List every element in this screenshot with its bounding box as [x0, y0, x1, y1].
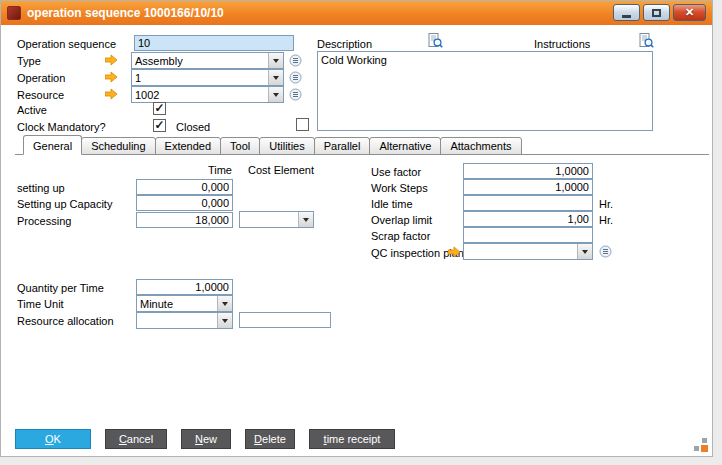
- time-unit-dropdown-arrow-icon[interactable]: [217, 296, 232, 311]
- window-controls: ✕: [613, 4, 706, 21]
- setting-up-label: setting up: [17, 182, 65, 194]
- operation-select[interactable]: 1: [131, 69, 284, 86]
- resource-goto-arrow-icon[interactable]: [105, 88, 118, 102]
- description-zoom-icon[interactable]: [428, 33, 443, 51]
- tab-tool[interactable]: Tool: [220, 137, 260, 155]
- ok-button-label: OK: [45, 433, 61, 445]
- operation-goto-arrow-icon[interactable]: [105, 71, 118, 85]
- scrap-factor-label: Scrap factor: [371, 230, 430, 242]
- use-factor-input[interactable]: [463, 163, 593, 179]
- tab-scheduling[interactable]: Scheduling: [81, 137, 155, 155]
- tab-parallel[interactable]: Parallel: [314, 137, 371, 155]
- tab-utilities[interactable]: Utilities: [259, 137, 314, 155]
- new-button[interactable]: New: [181, 429, 231, 449]
- type-selection-list-icon[interactable]: [289, 54, 302, 69]
- resource-allocation-label: Resource allocation: [17, 315, 114, 327]
- close-button[interactable]: ✕: [673, 4, 706, 21]
- tab-attachments[interactable]: Attachments: [440, 137, 521, 155]
- qc-inspection-plan-goto-arrow-icon[interactable]: [448, 246, 461, 260]
- qc-inspection-plan-dropdown-arrow-icon[interactable]: [577, 244, 592, 259]
- resource-allocation-select[interactable]: [136, 312, 233, 329]
- work-steps-input[interactable]: [463, 179, 593, 195]
- clock-mandatory-label: Clock Mandatory?: [17, 121, 106, 133]
- time-receipt-button[interactable]: time receipt: [309, 429, 395, 449]
- resource-select-value: 1002: [135, 88, 266, 102]
- window-title: operation sequence 1000166/10/10: [27, 6, 224, 20]
- description-textarea[interactable]: Cold Working: [317, 51, 653, 131]
- tab-general[interactable]: General: [23, 135, 82, 155]
- setting-up-time-input[interactable]: [136, 179, 233, 195]
- processing-cost-element-dropdown-arrow-icon[interactable]: [298, 212, 313, 227]
- screen: operation sequence 1000166/10/10 ✕ Opera…: [0, 0, 722, 465]
- description-label: Description: [317, 38, 372, 50]
- overlap-limit-input[interactable]: [463, 211, 593, 227]
- maximize-button[interactable]: [643, 4, 670, 21]
- ok-button[interactable]: OK: [15, 429, 91, 449]
- quantity-per-time-input[interactable]: [136, 279, 233, 295]
- instructions-label: Instructions: [534, 38, 590, 50]
- setting-up-capacity-label: Setting up Capacity: [17, 198, 112, 210]
- quantity-per-time-label: Quantity per Time: [17, 282, 104, 294]
- minimize-button[interactable]: [613, 4, 640, 21]
- operation-selection-list-icon[interactable]: [289, 71, 302, 86]
- time-unit-label: Time Unit: [17, 298, 64, 310]
- idle-time-unit-label: Hr.: [599, 198, 613, 210]
- resource-allocation-extra-input[interactable]: [239, 312, 331, 328]
- resource-allocation-dropdown-arrow-icon[interactable]: [217, 313, 232, 328]
- setting-up-capacity-input[interactable]: [136, 195, 233, 211]
- maximize-icon: [652, 9, 661, 17]
- type-dropdown-arrow-icon[interactable]: [268, 53, 283, 68]
- tab-extended[interactable]: Extended: [155, 137, 221, 155]
- minimize-icon: [622, 15, 631, 18]
- instructions-zoom-icon[interactable]: [639, 33, 654, 51]
- tab-strip: General Scheduling Extended Tool Utiliti…: [15, 137, 709, 155]
- qc-inspection-plan-select[interactable]: [463, 243, 593, 260]
- closed-checkbox[interactable]: [296, 118, 309, 131]
- processing-cost-element-select[interactable]: [239, 211, 314, 228]
- scrap-factor-input[interactable]: [463, 227, 593, 243]
- delete-button-label: Delete: [254, 433, 286, 445]
- active-label: Active: [17, 104, 47, 116]
- cost-element-column-header: Cost Element: [248, 164, 314, 176]
- tab-alternative[interactable]: Alternative: [369, 137, 441, 155]
- resource-selection-list-icon[interactable]: [289, 88, 302, 103]
- qc-inspection-plan-selection-list-icon[interactable]: [599, 245, 612, 260]
- operation-sequence-input[interactable]: [134, 35, 294, 51]
- time-unit-select[interactable]: Minute: [136, 295, 233, 312]
- time-unit-value: Minute: [140, 297, 215, 311]
- processing-time-input[interactable]: [136, 212, 233, 228]
- delete-button[interactable]: Delete: [245, 429, 295, 449]
- operation-label: Operation: [17, 72, 65, 84]
- operation-sequence-label: Operation sequence: [17, 38, 116, 50]
- resize-grip-icon[interactable]: [693, 437, 709, 453]
- active-checkbox[interactable]: [153, 102, 166, 115]
- closed-label: Closed: [176, 121, 210, 133]
- resource-dropdown-arrow-icon[interactable]: [268, 87, 283, 102]
- clock-mandatory-checkbox[interactable]: [153, 119, 166, 132]
- idle-time-label: Idle time: [371, 198, 413, 210]
- type-select-value: Assembly: [135, 54, 266, 68]
- cancel-button-label: Cancel: [119, 433, 153, 445]
- time-column-header: Time: [136, 164, 232, 176]
- app-icon: [7, 6, 21, 20]
- processing-label: Processing: [17, 215, 71, 227]
- new-button-label: New: [195, 433, 217, 445]
- title-bar[interactable]: operation sequence 1000166/10/10 ✕: [1, 1, 712, 25]
- type-select[interactable]: Assembly: [131, 52, 284, 69]
- type-label: Type: [17, 55, 41, 67]
- operation-select-value: 1: [135, 71, 266, 85]
- idle-time-input[interactable]: [463, 195, 593, 211]
- operation-sequence-dialog: operation sequence 1000166/10/10 ✕ Opera…: [0, 0, 713, 457]
- overlap-limit-unit-label: Hr.: [599, 214, 613, 226]
- cancel-button[interactable]: Cancel: [105, 429, 167, 449]
- work-steps-label: Work Steps: [371, 182, 428, 194]
- overlap-limit-label: Overlap limit: [371, 214, 432, 226]
- resource-label: Resource: [17, 89, 64, 101]
- close-icon: ✕: [685, 7, 694, 18]
- type-goto-arrow-icon[interactable]: [105, 54, 118, 68]
- operation-dropdown-arrow-icon[interactable]: [268, 70, 283, 85]
- use-factor-label: Use factor: [371, 166, 421, 178]
- time-receipt-button-label: time receipt: [324, 433, 381, 445]
